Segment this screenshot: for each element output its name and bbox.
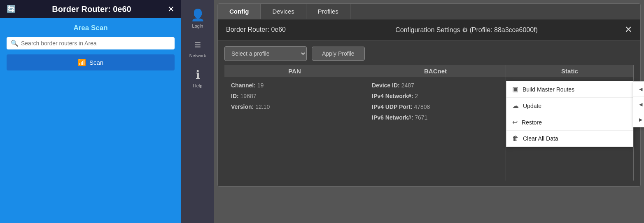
pan-channel: Channel: 19 <box>231 82 358 89</box>
build-master-routes-icon: ▣ <box>512 85 518 93</box>
logging-state-chevron-icon: ◀ <box>639 102 642 107</box>
sidebar-item-login[interactable]: 👤 Login <box>181 3 214 33</box>
refresh-icon[interactable]: 🔄 <box>7 5 16 14</box>
tab-devices[interactable]: Devices <box>261 4 306 19</box>
dropdown-item-clear-all-data[interactable]: 🗑 Clear All Data <box>506 131 633 147</box>
pan-id: ID: 19687 <box>231 93 358 99</box>
help-label: Help <box>193 83 203 88</box>
update-icon: ☁ <box>512 102 519 110</box>
tab-config[interactable]: Config <box>218 4 261 19</box>
modal-close-button[interactable]: ✕ <box>625 24 632 35</box>
modal-card: Config Devices Profiles Border Router: 0… <box>217 3 641 187</box>
icon-column: 👤 Login ≡ Network ℹ Help <box>181 0 214 223</box>
administrative-chevron-icon: ▶ <box>639 117 642 122</box>
scan-button-label: Scan <box>89 59 103 66</box>
profile-row: Select a profile Apply Profile <box>224 46 634 61</box>
profile-select[interactable]: Select a profile <box>224 46 307 61</box>
dropdown-item-label-restore: Restore <box>522 119 542 126</box>
bacnet-header: BACnet <box>365 65 506 77</box>
columns-container: PAN Channel: 19 ID: 19687 Version: 12.10… <box>224 65 634 181</box>
wifi-icon: 📶 <box>78 59 86 66</box>
sub-menu-item-logging-state[interactable]: ◀ Logging and State <box>633 97 644 112</box>
dropdown-item-update[interactable]: ☁ Update <box>506 98 633 114</box>
modal-header: Border Router: 0e60 Configuration Settin… <box>218 19 640 40</box>
dropdown-item-build-master-routes[interactable]: ▣ Build Master Routes <box>506 81 633 98</box>
dropdown-item-restore[interactable]: ↩ Restore <box>506 114 633 131</box>
pan-header: PAN <box>224 65 365 77</box>
scan-button[interactable]: 📶 Scan <box>7 54 175 70</box>
bacnet-ipv4-udp-port: IPv4 UDP Port: 47808 <box>372 103 499 110</box>
restore-icon: ↩ <box>512 118 518 126</box>
search-box: 🔍 <box>7 37 175 49</box>
bacnet-section: BACnet Device ID: 2487 IPv4 Network#: 2 … <box>365 65 506 181</box>
bacnet-ipv6-network: IPv6 Network#: 7671 <box>372 114 499 121</box>
apply-profile-button[interactable]: Apply Profile <box>312 47 365 61</box>
maintenance-chevron-icon: ◀ <box>639 87 642 92</box>
sidebar-title: Border Router: 0e60 <box>20 5 163 14</box>
dropdown-item-label-update: Update <box>523 103 541 109</box>
dropdown-item-label-build-master-routes: Build Master Routes <box>523 86 574 93</box>
tab-profiles[interactable]: Profiles <box>306 4 350 19</box>
sidebar-body: Area Scan 🔍 📶 Scan <box>0 18 181 223</box>
search-icon: 🔍 <box>11 40 19 47</box>
search-input[interactable] <box>21 40 170 47</box>
bacnet-device-id: Device ID: 2487 <box>372 82 499 89</box>
sub-menu-item-administrative[interactable]: ▶ Administrative <box>633 112 644 127</box>
sidebar-item-network[interactable]: ≡ Network <box>181 33 214 63</box>
sidebar-close-icon[interactable]: ✕ <box>168 4 175 14</box>
network-icon: ≡ <box>194 38 201 52</box>
network-label: Network <box>189 53 206 58</box>
static-dropdown-menu: ▣ Build Master Routes ☁ Update ↩ Restore <box>506 81 633 147</box>
main-area: Config Devices Profiles Border Router: 0… <box>214 0 644 223</box>
login-label: Login <box>192 23 203 28</box>
sidebar: 🔄 Border Router: 0e60 ✕ Area Scan 🔍 📶 Sc… <box>0 0 181 223</box>
help-icon: ℹ <box>196 68 200 82</box>
area-scan-label: Area Scan <box>7 24 175 32</box>
sub-menu-item-maintenance[interactable]: ◀ Maintenance <box>633 82 644 97</box>
border-router-title: Border Router: 0e60 <box>226 26 308 33</box>
clear-all-data-icon: 🗑 <box>512 135 519 142</box>
tabs-bar: Config Devices Profiles <box>218 4 640 19</box>
sidebar-item-help[interactable]: ℹ Help <box>181 63 214 93</box>
bacnet-ipv4-network: IPv4 Network#: 2 <box>372 93 499 99</box>
config-settings-title: Configuration Settings ⚙ (Profile: 88a3c… <box>308 26 625 34</box>
sub-menu: ◀ Maintenance ◀ Logging and State ▶ Admi… <box>633 81 644 127</box>
static-header: Static <box>506 65 633 77</box>
pan-section: PAN Channel: 19 ID: 19687 Version: 12.10 <box>224 65 365 181</box>
pan-version: Version: 12.10 <box>231 103 358 110</box>
static-section: Static IP Address: 192.16 255.0 ▣ Build … <box>506 65 634 181</box>
sidebar-header: 🔄 Border Router: 0e60 ✕ <box>0 0 181 18</box>
login-icon: 👤 <box>191 8 205 22</box>
dropdown-item-label-clear-all-data: Clear All Data <box>523 135 558 142</box>
modal-body: Select a profile Apply Profile PAN Chann… <box>218 40 640 186</box>
